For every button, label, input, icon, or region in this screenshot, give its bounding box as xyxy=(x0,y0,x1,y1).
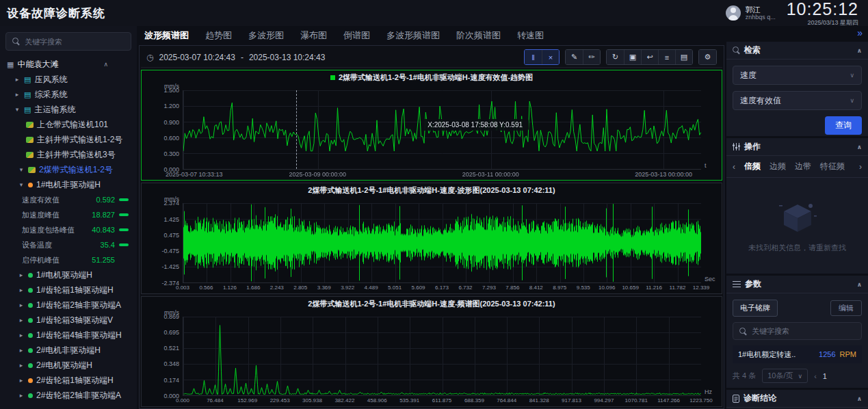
close-button[interactable]: × xyxy=(542,50,559,64)
expand-icon[interactable]: ▸ xyxy=(18,317,25,324)
ops-tab[interactable]: 边频 xyxy=(770,161,786,172)
brush-button[interactable]: ✎ xyxy=(566,50,583,64)
metric-row[interactable]: 速度有效值0.592 xyxy=(5,192,131,207)
search-section-header[interactable]: 检索 xyxy=(726,42,868,60)
capture-button[interactable]: ▣ xyxy=(624,50,641,64)
tree-machine[interactable]: ▾2煤带式输送机1-2号 xyxy=(5,162,131,177)
tree-root[interactable]: ▦中能袁大滩 xyxy=(5,57,131,72)
tree-sensor[interactable]: ▸2#齿轮箱2轴非驱动端A xyxy=(5,388,131,403)
nameplate-button[interactable]: 电子铭牌 xyxy=(733,300,778,317)
metric-row[interactable]: 加速度包络峰值40.843 xyxy=(5,222,131,237)
param-row[interactable]: 1#电机额定转速.. 1256 RPM xyxy=(733,345,862,363)
ops-tab[interactable]: 边带 xyxy=(795,161,811,172)
tree-sensor[interactable]: ▸1#齿轮箱2轴非驱动端A xyxy=(5,298,131,313)
params-search[interactable] xyxy=(733,322,862,340)
tree-system[interactable]: ▸▤压风系统 xyxy=(5,72,131,87)
operations-section-header[interactable]: 操作 xyxy=(726,138,868,156)
undo-button[interactable]: ↩ xyxy=(641,50,658,64)
waveform-chart[interactable]: 2煤带式输送机1-2号-1#电机非驱动端H-速度-波形图(2025-03-13 … xyxy=(141,183,722,293)
date-range-picker[interactable]: 2025-03-07 10:24:43 - 2025-03-13 10:24:4… xyxy=(146,53,325,62)
waveform-plot[interactable] xyxy=(183,203,701,282)
tree-sensor[interactable]: ▸1#齿轮箱4轴非驱动端H xyxy=(5,328,131,343)
chevron-up-icon[interactable] xyxy=(857,281,862,288)
x-tick-label: 2025-03-13 00:00:00 xyxy=(635,171,692,178)
main-tab[interactable]: 多波形图 xyxy=(248,29,284,42)
y-axis: 2.3741.4250.475-0.475-1.425-2.374 xyxy=(144,203,183,282)
main-tab[interactable]: 多波形频谱图 xyxy=(386,29,440,42)
tree-sensor[interactable]: ▸2#电机驱动端H xyxy=(5,358,131,373)
pause-button[interactable]: ‖ xyxy=(525,50,542,64)
expand-icon[interactable]: ▸ xyxy=(14,91,21,98)
metric-row[interactable]: 加速度峰值18.827 xyxy=(5,207,131,222)
chevron-up-icon[interactable] xyxy=(857,144,862,150)
date-start[interactable]: 2025-03-07 10:24:43 xyxy=(159,53,235,62)
main-tab[interactable]: 转速图 xyxy=(517,29,544,42)
expand-icon[interactable]: ▸ xyxy=(18,272,25,278)
metric-select[interactable]: 速度有效值 xyxy=(733,91,862,110)
settings-button[interactable]: ⚙ xyxy=(699,50,716,64)
metric-value: 40.843 xyxy=(92,226,115,234)
metric-row[interactable]: 启停机峰值51.255 xyxy=(5,252,131,267)
tree-machine[interactable]: 主斜井带式输送机1-2号 xyxy=(5,132,131,147)
trend-plot[interactable]: X:2025-03-08 17:58:08 Y:0.591 xyxy=(183,90,701,170)
measurement-type-select[interactable]: 速度 xyxy=(733,66,862,85)
params-section-header[interactable]: 参数 xyxy=(726,276,868,293)
chevron-up-icon[interactable] xyxy=(857,47,862,54)
tree-sensor[interactable]: ▸1#齿轮箱3轴驱动端V xyxy=(5,313,131,328)
tree-machine[interactable]: 主斜井带式输送机3号 xyxy=(5,147,131,162)
expand-icon[interactable]: ▸ xyxy=(18,332,25,339)
params-search-input[interactable] xyxy=(752,327,855,335)
edit-button[interactable]: 编辑 xyxy=(830,300,862,316)
expand-icon[interactable]: ▸ xyxy=(18,347,25,354)
pencil-button[interactable]: ✏ xyxy=(583,50,600,64)
main-tab[interactable]: 波形频谱图 xyxy=(144,29,189,42)
expand-icon[interactable]: ▾ xyxy=(14,106,21,113)
query-button[interactable]: 查询 xyxy=(825,116,862,135)
sidebar-search[interactable] xyxy=(5,32,131,51)
tree-sensor[interactable]: ▸2#齿轮箱1轴驱动端H xyxy=(5,373,131,388)
expand-icon[interactable]: ▾ xyxy=(18,181,25,188)
tree-machine[interactable]: 上仓带式输送机101 xyxy=(5,117,131,132)
expand-icon[interactable]: ▸ xyxy=(18,302,25,308)
sidebar-search-input[interactable] xyxy=(25,38,124,46)
main-tab[interactable]: 倒谱图 xyxy=(343,29,370,42)
refresh-button[interactable]: ↻ xyxy=(607,50,624,64)
prev-page-button[interactable]: ‹ xyxy=(814,372,817,380)
collapse-panel-icon[interactable]: » xyxy=(857,27,863,38)
ops-tab[interactable]: 倍频 xyxy=(744,161,761,172)
diagnosis-section-header[interactable]: 诊断结论 xyxy=(726,390,868,408)
tree-system[interactable]: ▾▤主运输系统 xyxy=(5,102,131,117)
charts-stack: 2煤带式输送机1-2号-1#电机非驱动端H-速度有效值-趋势图 mm/s 1.5… xyxy=(141,68,722,407)
main-tab[interactable]: 瀑布图 xyxy=(300,29,327,42)
tree-sensor[interactable]: ▸2#电机非驱动端H xyxy=(5,343,131,358)
save-button[interactable]: ▤ xyxy=(675,50,692,64)
expand-icon[interactable]: ▸ xyxy=(18,287,25,293)
tree-sensor[interactable]: ▸1#齿轮箱1轴驱动端H xyxy=(5,282,131,298)
scroll-left-icon[interactable]: ‹ xyxy=(733,162,735,172)
page-size-select[interactable]: 10条/页 xyxy=(762,369,808,383)
spectrum-plot[interactable] xyxy=(183,317,701,396)
expand-icon[interactable]: ▸ xyxy=(18,392,25,399)
chevron-up-icon[interactable] xyxy=(857,395,862,402)
expand-icon[interactable]: ▾ xyxy=(18,166,25,173)
ops-tab[interactable]: 特征频 xyxy=(820,161,845,172)
main-tab[interactable]: 阶次频谱图 xyxy=(456,29,501,42)
date-end[interactable]: 2025-03-13 10:24:43 xyxy=(249,53,325,62)
tree-system[interactable]: ▸▤综采系统 xyxy=(5,87,131,102)
user-info[interactable]: 郭江 znhbqs q... xyxy=(726,5,776,21)
y-tick-label: 0.600 xyxy=(163,135,179,142)
list-button[interactable]: ≡ xyxy=(658,50,675,64)
scroll-right-icon[interactable]: › xyxy=(859,162,862,172)
x-tick-label: 1147.266 xyxy=(657,397,680,404)
main-tab[interactable]: 趋势图 xyxy=(205,29,232,42)
expand-icon[interactable]: ▸ xyxy=(18,362,25,369)
tree-sensor[interactable]: ▸1#电机驱动端H xyxy=(5,267,131,282)
collapse-icon[interactable] xyxy=(103,61,108,68)
metric-row[interactable]: 设备温度35.4 xyxy=(5,237,131,252)
page-number[interactable]: 1 xyxy=(823,372,827,380)
trend-chart[interactable]: 2煤带式输送机1-2号-1#电机非驱动端H-速度有效值-趋势图 mm/s 1.5… xyxy=(141,70,722,181)
tree-sensor[interactable]: ▾1#电机非驱动端H xyxy=(5,177,131,192)
expand-icon[interactable]: ▸ xyxy=(18,377,25,384)
spectrum-chart[interactable]: 2煤带式输送机1-2号-1#电机非驱动端H-速度-频谱图(2025-03-13 … xyxy=(141,296,722,407)
expand-icon[interactable]: ▸ xyxy=(14,76,21,83)
